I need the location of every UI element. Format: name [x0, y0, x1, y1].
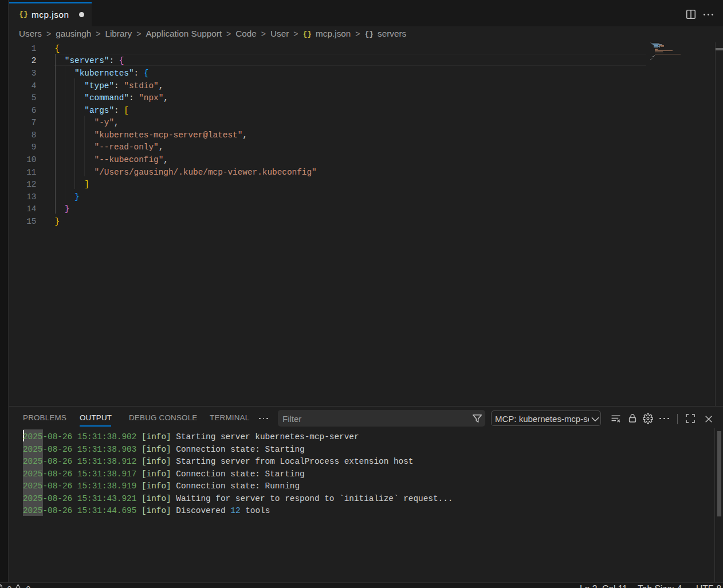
svg-text:0: 0	[7, 585, 12, 588]
svg-text:0: 0	[26, 585, 31, 588]
